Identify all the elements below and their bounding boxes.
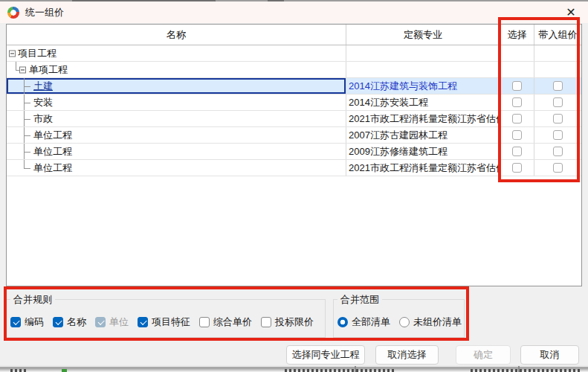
checkbox-checked-disabled-icon [95,317,106,327]
select-cell [500,45,534,61]
column-header-quota-specialty[interactable]: 定额专业 [346,25,500,45]
table-row-civil[interactable]: 土建 2014江苏建筑与装饰工程 [7,78,581,94]
row-quota [346,62,500,77]
column-header-bring-into-pricing[interactable]: 带入组价 [534,25,581,45]
select-cell [500,62,534,77]
cancel-button[interactable]: 取消 [520,345,579,365]
merge-scope-groupbox: 合并范围 全部清单 未组价清单 [333,299,465,338]
bring-cell [534,62,581,77]
row-quota: 2021市政工程消耗量定额江苏省估价表 [346,160,500,176]
bring-checkbox[interactable] [553,97,563,107]
merge-rules-title: 合并规则 [10,293,55,307]
merge-rules-groupbox: 合并规则 编码 名称 单位 项目特征 综合单价 [6,299,326,338]
option-code[interactable]: 编码 [10,315,44,329]
table-row-installation[interactable]: 安装 2014江苏安装工程 [7,94,581,111]
row-quota: 2021市政工程消耗量定额江苏省估价表 [346,111,500,126]
table-header-row: 名称 定额专业 选择 带入组价 [7,25,581,45]
select-checkbox[interactable] [512,97,522,107]
project-tree-table: 名称 定额专业 选择 带入组价 项目工程 单项工程 [6,24,582,286]
option-comprehensive-unit-price[interactable]: 综合单价 [199,315,252,329]
option-all-lists[interactable]: 全部清单 [337,315,390,329]
tree-connector [24,135,30,136]
bring-checkbox[interactable] [553,114,563,124]
checkbox-unchecked-icon[interactable] [261,317,271,327]
checkbox-unchecked-icon[interactable] [199,317,210,327]
collapse-icon[interactable] [19,66,26,73]
tree-connector [24,168,30,169]
collapse-icon[interactable] [9,50,16,57]
tree-connector [24,86,30,87]
checkbox-checked-icon[interactable] [138,317,148,327]
ok-button-disabled[interactable]: 确定 [456,345,511,365]
row-quota: 2014江苏建筑与装饰工程 [346,78,500,94]
bring-checkbox[interactable] [553,163,563,173]
option-name[interactable]: 名称 [53,315,86,329]
row-quota: 2007江苏古建园林工程 [346,127,500,143]
background-fragment [471,369,582,372]
select-checkbox[interactable] [512,147,522,156]
cancel-selection-button[interactable]: 取消选择 [375,345,439,365]
table-row-single-project[interactable]: 单项工程 [7,62,581,78]
select-checkbox[interactable] [512,114,522,124]
row-name: 单位工程 [7,145,72,158]
table-row-unit-project[interactable]: 单位工程 2007江苏古建园林工程 [7,127,581,144]
background-fragment [10,369,28,372]
option-unpriced-lists[interactable]: 未组价清单 [399,315,462,329]
bring-checkbox[interactable] [553,147,563,156]
titlebar: 统一组价 ✕ [0,1,588,23]
window-title: 统一组价 [25,6,64,19]
unify-pricing-dialog: 统一组价 ✕ 名称 定额专业 选择 带入组价 项目工程 单项工 [0,0,588,372]
close-icon[interactable]: ✕ [560,1,582,23]
tree-connector [24,152,30,153]
checkbox-checked-icon[interactable] [10,317,21,327]
radio-selected-icon[interactable] [337,317,348,327]
row-quota: 2014江苏安装工程 [346,94,500,110]
row-name: 单位工程 [7,161,72,175]
background-separator [518,366,520,372]
select-checkbox[interactable] [512,163,522,173]
column-header-select[interactable]: 选择 [500,25,534,45]
tree-connector [24,160,25,168]
background-window-bottom-sliver [0,365,588,372]
select-checkbox[interactable] [512,81,522,91]
background-green-fragment [62,369,67,372]
bring-checkbox[interactable] [553,81,563,91]
app-logo-icon [7,7,19,19]
column-header-name[interactable]: 名称 [7,25,346,45]
tree-connector [24,103,30,103]
table-row-unit-project[interactable]: 单位工程 2021市政工程消耗量定额江苏省估价表 [7,160,581,176]
tree-connector [24,119,30,120]
background-fragment [285,369,396,372]
merge-scope-title: 合并范围 [337,293,382,307]
tree-connector [16,62,16,70]
select-checkbox[interactable] [512,130,522,140]
table-row-unit-project[interactable]: 单位工程 2009江苏修缮建筑工程 [7,144,581,160]
option-bid-limit-price[interactable]: 投标限价 [261,315,314,329]
radio-unselected-icon[interactable] [399,317,410,327]
option-project-feature[interactable]: 项目特征 [138,315,190,329]
table-row-project[interactable]: 项目工程 [7,45,581,62]
row-name: 单位工程 [7,129,72,142]
row-quota [346,45,500,61]
checkbox-checked-icon[interactable] [53,317,63,327]
bring-checkbox[interactable] [553,130,563,140]
option-unit: 单位 [95,315,129,329]
row-quota: 2009江苏修缮建筑工程 [346,144,500,159]
table-row-municipal[interactable]: 市政 2021市政工程消耗量定额江苏省估价表 [7,111,581,127]
select-same-specialty-button[interactable]: 选择同专业工程 [286,345,365,365]
background-separator [355,366,356,372]
bring-cell [534,45,581,61]
